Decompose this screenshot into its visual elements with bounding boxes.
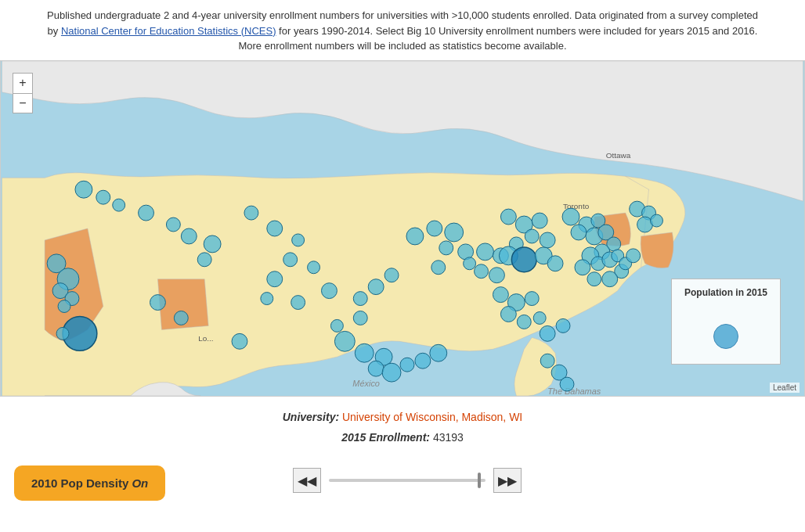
svg-point-19 (244, 206, 258, 220)
svg-point-51 (489, 267, 504, 282)
svg-point-39 (368, 279, 384, 294)
svg-point-27 (321, 282, 337, 298)
svg-point-38 (353, 291, 367, 305)
svg-point-2 (96, 190, 110, 204)
toggle-suffix: On (132, 476, 148, 490)
svg-point-85 (587, 271, 601, 286)
losangeles-label: Lo... (198, 334, 213, 343)
enrollment-value: 43193 (433, 431, 464, 444)
svg-point-24 (267, 271, 283, 286)
svg-point-12 (166, 217, 180, 232)
svg-point-32 (382, 363, 401, 382)
svg-point-36 (353, 311, 367, 325)
svg-point-26 (291, 295, 305, 309)
svg-point-65 (500, 306, 516, 322)
university-name: University of Wisconsin, Madison, WI (342, 411, 522, 423)
svg-point-42 (427, 221, 442, 236)
slider-thumb (478, 473, 481, 488)
year-slider[interactable] (329, 479, 486, 482)
bahamas-label: The Bahamas (547, 386, 601, 396)
svg-point-69 (556, 318, 570, 332)
svg-point-11 (139, 205, 154, 221)
svg-point-64 (525, 291, 539, 305)
svg-point-28 (334, 331, 355, 351)
svg-point-68 (540, 325, 555, 341)
header-description: Published undergraduate 2 and 4-year uni… (0, 0, 805, 60)
svg-point-67 (533, 311, 546, 324)
svg-point-50 (475, 264, 489, 278)
svg-point-3 (113, 199, 125, 211)
svg-point-73 (571, 225, 587, 240)
svg-point-94 (560, 377, 574, 391)
nces-link[interactable]: National Center for Education Statistics… (61, 25, 276, 37)
svg-point-35 (430, 344, 447, 361)
svg-point-37 (330, 319, 343, 332)
zoom-in-button[interactable]: + (13, 73, 33, 93)
svg-point-23 (308, 261, 320, 273)
next-button[interactable]: ▶▶ (493, 468, 522, 493)
prev-button[interactable]: ◀◀ (293, 468, 321, 493)
svg-point-1 (75, 181, 92, 198)
bottom-bar: 2010 Pop Density On ◀◀ ▶▶ (0, 455, 805, 509)
svg-point-16 (150, 294, 166, 310)
svg-point-10 (56, 327, 69, 340)
leaflet-attribution: Leaflet (770, 383, 800, 393)
svg-point-21 (292, 233, 305, 246)
svg-point-20 (267, 221, 283, 236)
enrollment-info: 2015 Enrollment: 43193 (0, 428, 805, 455)
svg-point-84 (602, 271, 618, 286)
svg-point-17 (174, 311, 188, 325)
svg-point-66 (517, 315, 531, 329)
svg-point-34 (415, 353, 431, 368)
svg-point-31 (368, 361, 384, 376)
svg-point-47 (464, 257, 476, 269)
svg-point-14 (204, 235, 221, 252)
svg-point-15 (197, 252, 211, 266)
svg-point-61 (547, 255, 563, 271)
svg-point-54 (532, 213, 547, 228)
svg-point-48 (477, 243, 494, 260)
svg-point-92 (540, 354, 554, 368)
header-text-part2: for years 1990-2014. Select Big 10 Unive… (238, 25, 757, 52)
svg-point-91 (651, 214, 663, 227)
legend-circle (713, 324, 738, 349)
svg-point-87 (626, 248, 641, 262)
legend-box: Population in 2015 (671, 279, 781, 365)
svg-point-46 (431, 260, 446, 274)
svg-point-29 (355, 343, 374, 362)
toggle-prefix: 2010 Pop Density (31, 476, 132, 490)
svg-point-55 (525, 228, 539, 243)
slider-section: ◀◀ ▶▶ (293, 460, 522, 505)
svg-point-62 (493, 286, 508, 302)
svg-point-56 (540, 232, 555, 247)
svg-point-79 (575, 259, 590, 275)
svg-point-33 (400, 358, 414, 372)
svg-point-43 (445, 223, 464, 242)
svg-point-59 (511, 246, 536, 271)
svg-point-8 (58, 300, 70, 312)
svg-point-18 (232, 333, 247, 349)
svg-point-44 (439, 240, 453, 254)
svg-point-13 (181, 228, 197, 244)
zoom-controls: + − (13, 73, 33, 113)
map-container: México The Bahamas Toronto Ottawa Lo... (0, 60, 805, 397)
mexico-label: México (352, 379, 380, 388)
svg-point-70 (562, 208, 579, 225)
svg-point-40 (384, 268, 399, 282)
legend-circle-container (684, 306, 767, 349)
ottawa-label: Ottawa (606, 151, 631, 160)
enrollment-label: 2015 Enrollment: (341, 431, 430, 444)
zoom-out-button[interactable]: − (13, 93, 33, 113)
svg-point-25 (261, 292, 273, 304)
svg-point-41 (406, 228, 424, 245)
svg-point-52 (500, 209, 516, 225)
university-info: University: University of Wisconsin, Mad… (0, 397, 805, 428)
density-toggle-button[interactable]: 2010 Pop Density On (14, 466, 165, 501)
svg-point-22 (283, 252, 298, 266)
university-label: University: (283, 411, 339, 423)
legend-title: Population in 2015 (684, 287, 767, 298)
